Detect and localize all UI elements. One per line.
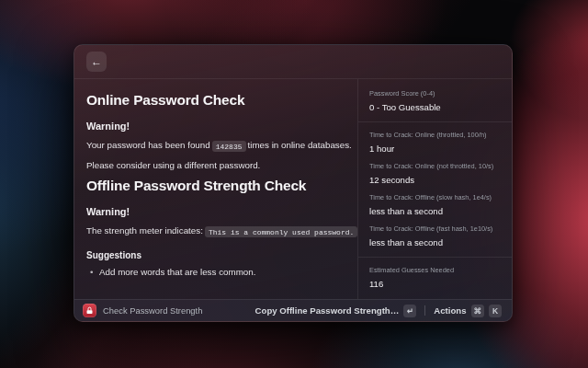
- primary-action-label: Copy Offline Password Strength…: [255, 305, 400, 316]
- online-advice-text: Please consider using a different passwo…: [86, 159, 345, 172]
- window-header: ←: [74, 45, 512, 79]
- metadata-value: 1 hour: [369, 144, 501, 154]
- metadata-label: Time to Crack: Offline (fast hash, 1e10/…: [369, 224, 501, 233]
- metadata-panel: Password Score (0-4) 0 - Too Guessable T…: [358, 79, 512, 299]
- desktop-background: ← Online Password Check Warning! Your pa…: [0, 0, 588, 368]
- metadata-divider: [358, 121, 512, 122]
- metadata-item: Estimated Guesses Needed 116: [369, 266, 501, 289]
- actions-label: Actions: [434, 305, 466, 316]
- found-suffix-text: times in online databases.: [248, 140, 352, 150]
- breach-count-badge: 142835: [212, 141, 246, 152]
- metadata-label: Time to Crack: Offline (slow hash, 1e4/s…: [369, 193, 501, 201]
- enter-keycap: ↵: [403, 305, 416, 317]
- metadata-item: Password Score (0-4) 0 - Too Guessable: [369, 89, 501, 112]
- suggestions-title: Suggestions: [86, 250, 345, 260]
- metadata-label: Time to Crack: Online (not throttled, 10…: [369, 162, 501, 170]
- metadata-item: Time to Crack: Offline (slow hash, 1e4/s…: [369, 193, 501, 216]
- metadata-item: Time to Crack: Online (throttled, 100/h)…: [369, 131, 501, 154]
- metadata-label: Time to Crack: Online (throttled, 100/h): [369, 131, 501, 139]
- k-keycap: K: [489, 305, 502, 317]
- meter-value-badge: This is a commonly used password.: [205, 226, 357, 237]
- window-body: Online Password Check Warning! Your pass…: [74, 79, 512, 299]
- back-button[interactable]: ←: [86, 52, 107, 72]
- online-check-title: Online Password Check: [86, 92, 345, 109]
- suggestion-item: Add more words that are less common.: [86, 267, 345, 277]
- lock-app-icon: [83, 304, 96, 317]
- suggestions-list: Add more words that are less common.: [86, 267, 345, 277]
- online-warning-title: Warning!: [86, 121, 345, 132]
- found-prefix-text: Your password has been found: [86, 140, 210, 150]
- action-bar: Check Password Strength Copy Offline Pas…: [74, 299, 512, 321]
- metadata-value: less than a second: [369, 206, 501, 216]
- command-name: Check Password Strength: [103, 305, 202, 316]
- meter-text: The strength meter indicates:This is a c…: [86, 224, 345, 237]
- metadata-label: Estimated Guesses Needed: [369, 266, 501, 274]
- metadata-label: Password Score (0-4): [369, 89, 501, 98]
- metadata-value: less than a second: [369, 237, 501, 247]
- offline-check-title: Offline Password Strength Check: [86, 178, 345, 194]
- metadata-item: Time to Crack: Online (not throttled, 10…: [369, 162, 501, 185]
- metadata-divider: [358, 257, 512, 258]
- detail-panel: Online Password Check Warning! Your pass…: [74, 79, 357, 299]
- metadata-item: Time to Crack: Offline (fast hash, 1e10/…: [369, 224, 501, 247]
- offline-warning-title: Warning!: [86, 206, 345, 217]
- meter-prefix-text: The strength meter indicates:: [86, 225, 203, 236]
- actions-button[interactable]: Actions ⌘ K: [432, 303, 503, 319]
- command-keycap: ⌘: [471, 305, 485, 317]
- footer-divider: [424, 305, 425, 316]
- raycast-window: ← Online Password Check Warning! Your pa…: [74, 44, 513, 322]
- metadata-value: 12 seconds: [369, 175, 501, 185]
- metadata-value: 116: [369, 279, 501, 289]
- online-warning-text: Your password has been found142835times …: [86, 139, 345, 152]
- back-arrow-icon: ←: [91, 56, 102, 67]
- metadata-value: 0 - Too Guessable: [369, 102, 501, 112]
- primary-action-button[interactable]: Copy Offline Password Strength… ↵: [254, 303, 419, 319]
